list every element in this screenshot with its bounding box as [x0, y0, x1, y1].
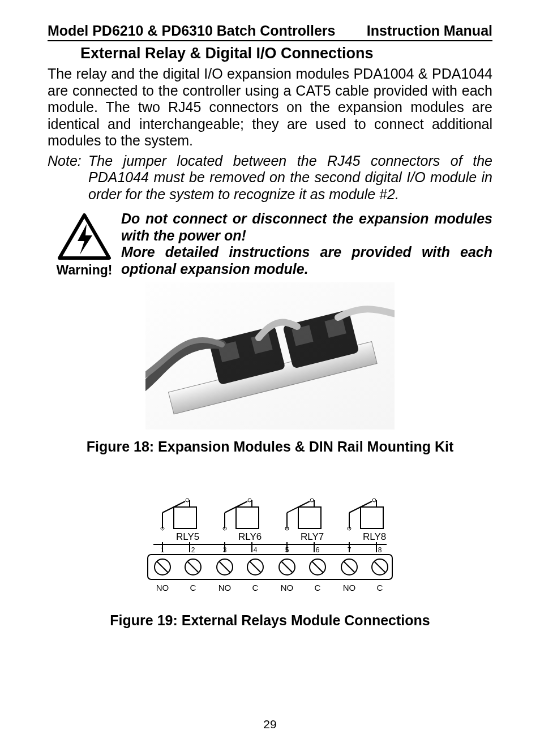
- figure19-diagram: RLY5 RLY6: [140, 496, 400, 603]
- warning-text: Do not connect or disconnect the expansi…: [121, 211, 492, 277]
- note-label: Note:: [48, 153, 88, 170]
- terminal-num: 3: [223, 546, 227, 554]
- terminal-num: 2: [191, 546, 195, 554]
- svg-rect-15: [174, 507, 196, 529]
- svg-point-13: [186, 499, 189, 502]
- warning-label: Warning!: [57, 263, 113, 278]
- warning-icon: [57, 213, 112, 261]
- note-text: The jumper located between the RJ45 conn…: [88, 153, 492, 203]
- svg-point-25: [310, 499, 314, 502]
- terminal-label: C: [190, 583, 196, 592]
- figure19-caption: Figure 19: External Relays Module Connec…: [48, 612, 492, 629]
- terminal-num: 4: [254, 546, 258, 554]
- svg-rect-21: [236, 507, 259, 529]
- svg-rect-9: [145, 282, 395, 429]
- svg-point-31: [372, 499, 376, 502]
- header-rule: [48, 40, 492, 41]
- terminal-label: C: [252, 583, 259, 592]
- terminal-num: 5: [285, 546, 289, 554]
- terminal-num: 8: [378, 546, 382, 554]
- warning-line2: More detailed instructions are provided …: [121, 244, 492, 277]
- svg-rect-27: [298, 507, 321, 529]
- terminal-label: NO: [156, 583, 169, 592]
- terminal-num: 1: [161, 546, 165, 554]
- relay-label: RLY6: [238, 531, 262, 542]
- terminal-label: C: [315, 583, 321, 592]
- body-paragraph: The relay and the digital I/O expansion …: [48, 66, 492, 149]
- terminal-label: NO: [218, 583, 232, 592]
- relay-label: RLY8: [363, 531, 386, 542]
- terminal-label: NO: [343, 583, 356, 592]
- svg-rect-33: [361, 507, 383, 529]
- header-right: Instruction Manual: [367, 23, 492, 39]
- relay-label: RLY5: [176, 531, 199, 542]
- terminal-label: C: [377, 583, 383, 592]
- warning-line1: Do not connect or disconnect the expansi…: [121, 211, 492, 243]
- page-number: 29: [0, 718, 540, 731]
- figure18-caption: Figure 18: Expansion Modules & DIN Rail …: [48, 439, 492, 455]
- relay-label: RLY7: [301, 531, 324, 542]
- terminal-num: 6: [316, 546, 320, 554]
- terminal-num: 7: [348, 546, 352, 554]
- terminal-label: NO: [281, 583, 294, 592]
- svg-point-19: [248, 499, 251, 502]
- figure18-image: [145, 282, 395, 429]
- header-left: Model PD6210 & PD6310 Batch Controllers: [48, 23, 336, 39]
- section-title: External Relay & Digital I/O Connections: [48, 45, 492, 62]
